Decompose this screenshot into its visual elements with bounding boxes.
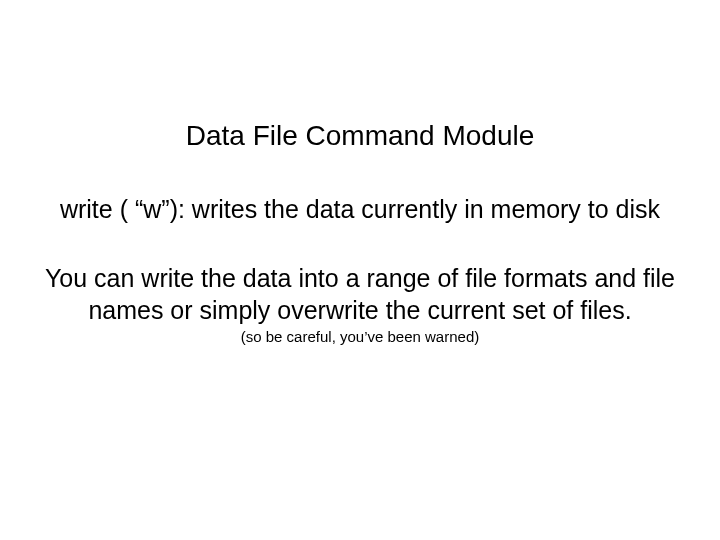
slide-content: Data File Command Module write ( “w”): w… xyxy=(0,0,720,540)
warning-note: (so be careful, you’ve been warned) xyxy=(0,328,720,345)
file-formats-description: You can write the data into a range of f… xyxy=(0,263,720,326)
slide-title: Data File Command Module xyxy=(0,120,720,152)
write-command-description: write ( “w”): writes the data currently … xyxy=(0,194,720,225)
